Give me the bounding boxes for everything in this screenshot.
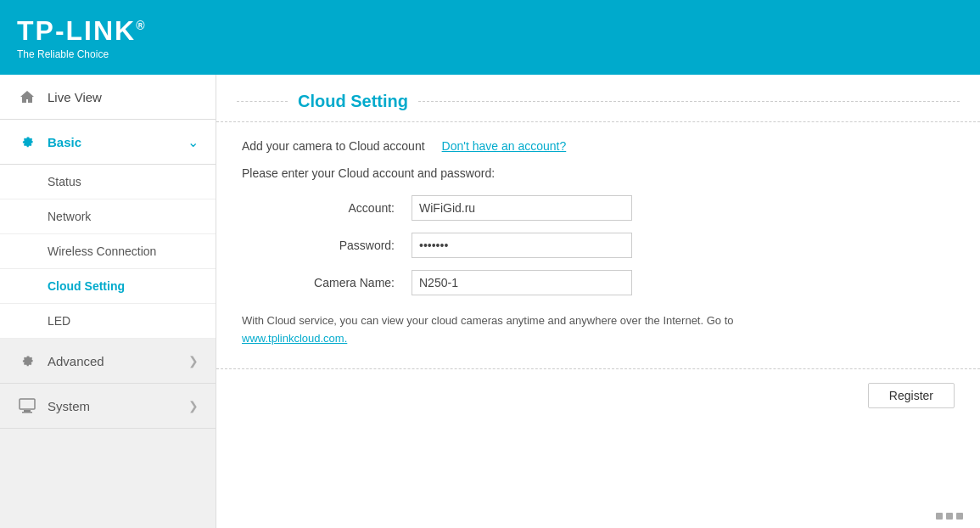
logo-registered: ® — [136, 19, 146, 32]
dot-1 — [936, 513, 943, 520]
sidebar: Live View Basic ⌄ Status Network Wireles… — [0, 75, 216, 528]
svg-rect-1 — [24, 410, 31, 412]
section-header: Cloud Setting — [216, 75, 980, 122]
sidebar-item-cloud[interactable]: Cloud Setting — [0, 269, 216, 304]
cloud-link[interactable]: www.tplinkcloud.com. — [242, 332, 347, 345]
sidebar-item-network[interactable]: Network — [0, 199, 216, 234]
logo: TP-LINK® — [17, 15, 147, 47]
dont-have-account-link[interactable]: Don't have an account? — [442, 139, 567, 153]
dot-3 — [956, 513, 963, 520]
chevron-down-icon: ⌄ — [188, 134, 199, 150]
sidebar-item-wireless[interactable]: Wireless Connection — [0, 234, 216, 269]
bottom-dots — [936, 513, 963, 520]
cloud-label: Cloud Setting — [48, 279, 125, 293]
camera-name-input[interactable] — [412, 270, 632, 295]
advanced-label: Advanced — [48, 354, 188, 368]
divider-left — [237, 101, 288, 102]
account-label: Account: — [242, 201, 412, 215]
home-icon — [17, 87, 37, 107]
chevron-right-advanced: ❯ — [188, 354, 199, 368]
enter-account-text: Please enter your Cloud account and pass… — [242, 166, 955, 180]
sidebar-live-view-label: Live View — [48, 90, 102, 104]
status-label: Status — [48, 175, 81, 188]
svg-rect-0 — [20, 399, 35, 409]
gear-icon — [17, 132, 37, 152]
sidebar-item-basic[interactable]: Basic ⌄ — [0, 120, 216, 165]
system-label: System — [48, 399, 188, 413]
main-layout: Live View Basic ⌄ Status Network Wireles… — [0, 75, 980, 528]
content-area: Cloud Setting Add your camera to Cloud a… — [216, 75, 980, 528]
password-row: Password: — [242, 233, 955, 258]
sidebar-item-system[interactable]: System ❯ — [0, 384, 216, 429]
logo-tagline: The Reliable Choice — [17, 48, 147, 60]
led-label: LED — [48, 314, 70, 328]
sidebar-basic-label: Basic — [48, 135, 188, 149]
divider-right — [418, 101, 960, 102]
sidebar-item-led[interactable]: LED — [0, 304, 216, 339]
account-row: Account: — [242, 195, 955, 221]
camera-name-row: Camera Name: — [242, 270, 955, 295]
register-button[interactable]: Register — [868, 383, 955, 408]
sidebar-item-live-view[interactable]: Live View — [0, 75, 216, 120]
cloud-info: With Cloud service, you can view your cl… — [242, 312, 955, 348]
password-label: Password: — [242, 239, 412, 252]
svg-rect-2 — [22, 412, 32, 413]
cloud-info-text: With Cloud service, you can view your cl… — [242, 314, 734, 327]
section-title: Cloud Setting — [298, 92, 408, 111]
advanced-gear-icon — [17, 351, 37, 371]
system-icon — [17, 396, 37, 416]
cloud-desc-row: Add your camera to Cloud account Don't h… — [242, 139, 955, 153]
content-body: Add your camera to Cloud account Don't h… — [216, 139, 980, 348]
add-camera-text: Add your camera to Cloud account — [242, 139, 425, 153]
camera-name-label: Camera Name: — [242, 276, 412, 289]
bottom-divider — [216, 368, 980, 369]
register-row: Register — [216, 383, 980, 425]
sidebar-item-advanced[interactable]: Advanced ❯ — [0, 339, 216, 384]
logo-area: TP-LINK® The Reliable Choice — [17, 15, 147, 60]
account-input[interactable] — [412, 195, 632, 221]
header: TP-LINK® The Reliable Choice — [0, 0, 980, 75]
wireless-label: Wireless Connection — [48, 244, 156, 258]
network-label: Network — [48, 210, 91, 223]
sidebar-item-status[interactable]: Status — [0, 165, 216, 199]
chevron-right-system: ❯ — [188, 399, 199, 413]
dot-2 — [946, 513, 953, 520]
password-input[interactable] — [412, 233, 632, 258]
logo-main-text: TP-LINK — [17, 15, 136, 46]
